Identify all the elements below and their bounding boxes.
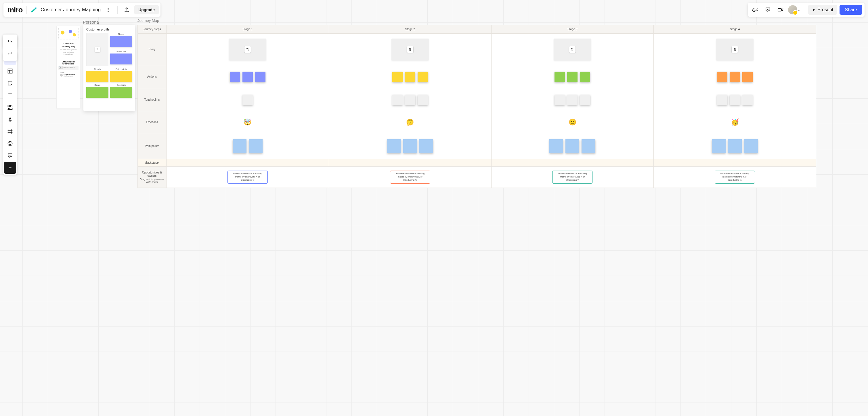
profile-scenario-slot[interactable]: Scenario	[110, 84, 132, 98]
timer-button[interactable]	[750, 5, 761, 15]
opp-cell-2[interactable]: Increase/decrease a leading metric by im…	[329, 167, 492, 188]
export-button[interactable]	[122, 5, 132, 15]
reactions-button[interactable]	[763, 5, 773, 15]
sticky-note[interactable]	[730, 95, 740, 105]
sticky-note[interactable]	[417, 71, 428, 82]
sticky-note[interactable]	[582, 139, 595, 153]
sticky-note[interactable]	[392, 95, 403, 105]
sticky-note[interactable]	[730, 71, 740, 82]
emotions-cell-3[interactable]: 😐	[492, 111, 654, 133]
sticky-note[interactable]	[417, 95, 428, 105]
swap-icon[interactable]: ⇅	[407, 46, 413, 53]
sticky-note[interactable]	[403, 139, 417, 153]
sticky-green[interactable]	[110, 87, 132, 98]
swap-icon[interactable]: ⇅	[95, 47, 100, 52]
sticky-note[interactable]	[255, 71, 266, 82]
actions-cell-2[interactable]	[329, 65, 492, 88]
touch-cell-4[interactable]	[654, 88, 816, 111]
customer-profile-frame[interactable]: Customer profile ⇅ Name About me Needs P…	[84, 25, 135, 111]
opportunity-card[interactable]: Increase/decrease a leading metric by im…	[227, 171, 268, 183]
sticky-note[interactable]	[580, 95, 590, 105]
backstage-cell-1[interactable]	[166, 159, 329, 167]
profile-about-slot[interactable]: About me	[110, 50, 132, 66]
profile-goals-slot[interactable]: Goals	[86, 84, 108, 98]
pain-cell-2[interactable]	[329, 133, 492, 159]
emotions-cell-4[interactable]: 🥳	[654, 111, 816, 133]
share-button[interactable]: Share	[839, 5, 862, 15]
sticky-note[interactable]	[567, 95, 578, 105]
sticky-note[interactable]	[249, 139, 262, 153]
story-cell-1[interactable]: ⇅	[166, 34, 329, 65]
emotions-cell-1[interactable]: 🤯	[166, 111, 329, 133]
people-search[interactable]: 🔍 Search by name or email	[58, 66, 79, 70]
backstage-cell-4[interactable]	[654, 159, 816, 167]
sticky-note[interactable]	[742, 71, 753, 82]
sticky-note[interactable]	[243, 95, 253, 105]
image-placeholder[interactable]: ⇅	[716, 38, 753, 60]
undo-button[interactable]	[4, 36, 16, 48]
pain-cell-1[interactable]	[166, 133, 329, 159]
sticky-note[interactable]	[567, 71, 578, 82]
sticky-note[interactable]	[565, 139, 579, 153]
redo-button[interactable]	[4, 48, 16, 60]
backstage-cell-3[interactable]	[492, 159, 654, 167]
sticky-note[interactable]	[392, 71, 403, 82]
image-placeholder[interactable]: ⇅	[392, 38, 429, 60]
header-stage-2[interactable]: Stage 2	[329, 25, 492, 34]
header-stage-4[interactable]: Stage 4	[654, 25, 816, 34]
swap-icon[interactable]: ⇅	[569, 46, 576, 53]
sticky-note[interactable]	[742, 95, 753, 105]
actions-cell-4[interactable]	[654, 65, 816, 88]
sticky-note[interactable]	[549, 139, 563, 153]
present-button[interactable]: Present	[808, 5, 837, 15]
sticky-note[interactable]	[243, 71, 253, 82]
sticky-green[interactable]	[86, 87, 108, 98]
story-cell-2[interactable]: ⇅	[329, 34, 492, 65]
opp-cell-1[interactable]: Increase/decrease a leading metric by im…	[166, 167, 329, 188]
opp-cell-4[interactable]: Increase/decrease a leading metric by im…	[654, 167, 816, 188]
sticky-note[interactable]	[387, 139, 401, 153]
sticky-note[interactable]	[555, 71, 565, 82]
opp-cell-3[interactable]: Increase/decrease a leading metric by im…	[492, 167, 654, 188]
emotions-cell-2[interactable]: 🤔	[329, 111, 492, 133]
opportunity-card[interactable]: Increase/decrease a leading metric by im…	[552, 171, 592, 183]
user-menu[interactable]: ⌵	[788, 5, 800, 14]
more-options-button[interactable]	[103, 5, 113, 15]
opportunity-card[interactable]: Increase/decrease a leading metric by im…	[390, 171, 430, 183]
profile-name-slot[interactable]: Name	[110, 33, 132, 49]
emotion-emoji[interactable]: 🤯	[244, 119, 251, 126]
sticky-note[interactable]	[555, 95, 565, 105]
pain-cell-4[interactable]	[654, 133, 816, 159]
upgrade-button[interactable]: Upgrade	[134, 5, 159, 14]
sticky-note[interactable]	[728, 139, 742, 153]
profile-needs-slot[interactable]: Needs	[86, 68, 108, 82]
sticky-note[interactable]	[230, 71, 240, 82]
header-stage-1[interactable]: Stage 1	[166, 25, 329, 34]
sticky-note[interactable]	[712, 139, 725, 153]
persona-preview-frame[interactable]: Customer Journey Map Visualize and optim…	[56, 26, 80, 109]
opportunity-card[interactable]: Increase/decrease a leading metric by im…	[715, 171, 755, 183]
sticky-purple[interactable]	[110, 54, 132, 64]
sticky-note[interactable]	[419, 139, 433, 153]
canvas[interactable]: Persona Journey Map Customer Journey Map…	[0, 0, 868, 416]
sticky-note[interactable]	[405, 95, 415, 105]
sticky-note[interactable]	[717, 95, 727, 105]
video-button[interactable]	[775, 5, 786, 15]
swap-icon[interactable]: ⇅	[245, 46, 251, 53]
image-placeholder[interactable]: ⇅	[554, 38, 591, 60]
sticky-purple[interactable]	[110, 36, 132, 47]
swap-icon[interactable]: ⇅	[732, 46, 738, 53]
actions-cell-1[interactable]	[166, 65, 329, 88]
emotion-emoji[interactable]: 😐	[568, 119, 577, 126]
actions-cell-3[interactable]	[492, 65, 654, 88]
touch-cell-3[interactable]	[492, 88, 654, 111]
board-emoji-icon[interactable]: 🧪	[31, 7, 37, 13]
touch-cell-2[interactable]	[329, 88, 492, 111]
emotion-emoji[interactable]: 🤔	[406, 119, 414, 126]
sticky-note[interactable]	[744, 139, 758, 153]
sticky-yellow[interactable]	[86, 71, 108, 82]
sticky-yellow[interactable]	[110, 71, 132, 82]
sticky-note[interactable]	[580, 71, 590, 82]
board-title[interactable]: Customer Journey Mapping	[40, 7, 101, 13]
user-row[interactable]: Szymon Słowik slowikszymon.ar…	[60, 73, 75, 77]
